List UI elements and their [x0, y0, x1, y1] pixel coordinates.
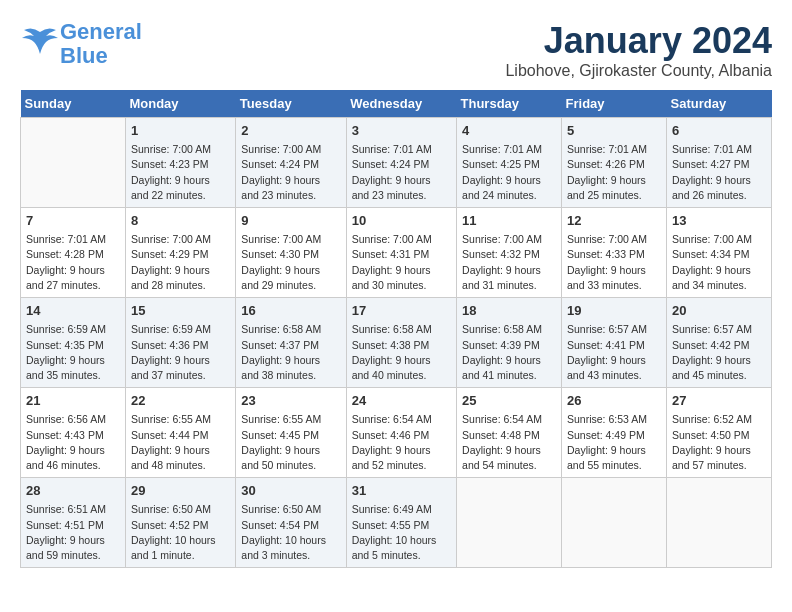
calendar-cell: 5Sunrise: 7:01 AMSunset: 4:26 PMDaylight…: [562, 118, 667, 208]
day-number: 11: [462, 212, 556, 230]
day-number: 20: [672, 302, 766, 320]
day-number: 18: [462, 302, 556, 320]
calendar-cell: 19Sunrise: 6:57 AMSunset: 4:41 PMDayligh…: [562, 298, 667, 388]
calendar-cell: 11Sunrise: 7:00 AMSunset: 4:32 PMDayligh…: [457, 208, 562, 298]
calendar-cell: 17Sunrise: 6:58 AMSunset: 4:38 PMDayligh…: [346, 298, 456, 388]
calendar-cell: 24Sunrise: 6:54 AMSunset: 4:46 PMDayligh…: [346, 388, 456, 478]
logo-blue: Blue: [60, 43, 108, 68]
day-info: Sunrise: 6:52 AMSunset: 4:50 PMDaylight:…: [672, 412, 766, 473]
day-info: Sunrise: 7:00 AMSunset: 4:32 PMDaylight:…: [462, 232, 556, 293]
day-info: Sunrise: 6:55 AMSunset: 4:45 PMDaylight:…: [241, 412, 340, 473]
day-number: 10: [352, 212, 451, 230]
day-info: Sunrise: 6:58 AMSunset: 4:37 PMDaylight:…: [241, 322, 340, 383]
day-info: Sunrise: 7:00 AMSunset: 4:24 PMDaylight:…: [241, 142, 340, 203]
day-number: 14: [26, 302, 120, 320]
day-number: 25: [462, 392, 556, 410]
calendar-cell: 10Sunrise: 7:00 AMSunset: 4:31 PMDayligh…: [346, 208, 456, 298]
calendar-cell: 13Sunrise: 7:00 AMSunset: 4:34 PMDayligh…: [666, 208, 771, 298]
calendar-cell: 1Sunrise: 7:00 AMSunset: 4:23 PMDaylight…: [125, 118, 235, 208]
day-number: 3: [352, 122, 451, 140]
calendar-cell: 27Sunrise: 6:52 AMSunset: 4:50 PMDayligh…: [666, 388, 771, 478]
day-number: 15: [131, 302, 230, 320]
header-wednesday: Wednesday: [346, 90, 456, 118]
header-friday: Friday: [562, 90, 667, 118]
day-number: 12: [567, 212, 661, 230]
day-number: 19: [567, 302, 661, 320]
day-info: Sunrise: 6:59 AMSunset: 4:35 PMDaylight:…: [26, 322, 120, 383]
day-info: Sunrise: 6:49 AMSunset: 4:55 PMDaylight:…: [352, 502, 451, 563]
calendar-cell: 30Sunrise: 6:50 AMSunset: 4:54 PMDayligh…: [236, 478, 346, 568]
day-number: 7: [26, 212, 120, 230]
calendar-header-row: SundayMondayTuesdayWednesdayThursdayFrid…: [21, 90, 772, 118]
header-thursday: Thursday: [457, 90, 562, 118]
day-info: Sunrise: 6:57 AMSunset: 4:41 PMDaylight:…: [567, 322, 661, 383]
logo-general: General: [60, 19, 142, 44]
calendar-cell: 28Sunrise: 6:51 AMSunset: 4:51 PMDayligh…: [21, 478, 126, 568]
header-tuesday: Tuesday: [236, 90, 346, 118]
day-info: Sunrise: 6:53 AMSunset: 4:49 PMDaylight:…: [567, 412, 661, 473]
day-info: Sunrise: 7:00 AMSunset: 4:29 PMDaylight:…: [131, 232, 230, 293]
calendar-week-row: 14Sunrise: 6:59 AMSunset: 4:35 PMDayligh…: [21, 298, 772, 388]
calendar-cell: 22Sunrise: 6:55 AMSunset: 4:44 PMDayligh…: [125, 388, 235, 478]
day-number: 16: [241, 302, 340, 320]
day-number: 5: [567, 122, 661, 140]
calendar-cell: 9Sunrise: 7:00 AMSunset: 4:30 PMDaylight…: [236, 208, 346, 298]
calendar-cell: 21Sunrise: 6:56 AMSunset: 4:43 PMDayligh…: [21, 388, 126, 478]
day-number: 30: [241, 482, 340, 500]
day-number: 9: [241, 212, 340, 230]
day-info: Sunrise: 6:50 AMSunset: 4:52 PMDaylight:…: [131, 502, 230, 563]
calendar-cell: [21, 118, 126, 208]
day-number: 29: [131, 482, 230, 500]
day-info: Sunrise: 7:00 AMSunset: 4:33 PMDaylight:…: [567, 232, 661, 293]
calendar-cell: 31Sunrise: 6:49 AMSunset: 4:55 PMDayligh…: [346, 478, 456, 568]
day-number: 27: [672, 392, 766, 410]
day-number: 4: [462, 122, 556, 140]
calendar-table: SundayMondayTuesdayWednesdayThursdayFrid…: [20, 90, 772, 568]
calendar-cell: 6Sunrise: 7:01 AMSunset: 4:27 PMDaylight…: [666, 118, 771, 208]
day-info: Sunrise: 6:51 AMSunset: 4:51 PMDaylight:…: [26, 502, 120, 563]
day-number: 2: [241, 122, 340, 140]
day-info: Sunrise: 7:01 AMSunset: 4:24 PMDaylight:…: [352, 142, 451, 203]
day-info: Sunrise: 7:01 AMSunset: 4:26 PMDaylight:…: [567, 142, 661, 203]
calendar-cell: 18Sunrise: 6:58 AMSunset: 4:39 PMDayligh…: [457, 298, 562, 388]
calendar-cell: 8Sunrise: 7:00 AMSunset: 4:29 PMDaylight…: [125, 208, 235, 298]
title-block: January 2024 Libohove, Gjirokaster Count…: [505, 20, 772, 80]
day-number: 17: [352, 302, 451, 320]
calendar-cell: 4Sunrise: 7:01 AMSunset: 4:25 PMDaylight…: [457, 118, 562, 208]
calendar-cell: 26Sunrise: 6:53 AMSunset: 4:49 PMDayligh…: [562, 388, 667, 478]
calendar-week-row: 21Sunrise: 6:56 AMSunset: 4:43 PMDayligh…: [21, 388, 772, 478]
calendar-cell: [562, 478, 667, 568]
logo-icon: [20, 22, 60, 62]
day-info: Sunrise: 6:57 AMSunset: 4:42 PMDaylight:…: [672, 322, 766, 383]
day-number: 24: [352, 392, 451, 410]
day-info: Sunrise: 6:54 AMSunset: 4:46 PMDaylight:…: [352, 412, 451, 473]
day-number: 1: [131, 122, 230, 140]
day-info: Sunrise: 7:00 AMSunset: 4:30 PMDaylight:…: [241, 232, 340, 293]
calendar-cell: 16Sunrise: 6:58 AMSunset: 4:37 PMDayligh…: [236, 298, 346, 388]
day-number: 8: [131, 212, 230, 230]
day-info: Sunrise: 6:58 AMSunset: 4:38 PMDaylight:…: [352, 322, 451, 383]
calendar-cell: [666, 478, 771, 568]
page-title: January 2024: [505, 20, 772, 62]
day-info: Sunrise: 7:00 AMSunset: 4:23 PMDaylight:…: [131, 142, 230, 203]
day-info: Sunrise: 7:01 AMSunset: 4:28 PMDaylight:…: [26, 232, 120, 293]
calendar-cell: 2Sunrise: 7:00 AMSunset: 4:24 PMDaylight…: [236, 118, 346, 208]
calendar-cell: 23Sunrise: 6:55 AMSunset: 4:45 PMDayligh…: [236, 388, 346, 478]
header-sunday: Sunday: [21, 90, 126, 118]
day-info: Sunrise: 6:56 AMSunset: 4:43 PMDaylight:…: [26, 412, 120, 473]
logo-text: General Blue: [60, 20, 142, 68]
day-info: Sunrise: 7:01 AMSunset: 4:25 PMDaylight:…: [462, 142, 556, 203]
calendar-cell: 14Sunrise: 6:59 AMSunset: 4:35 PMDayligh…: [21, 298, 126, 388]
day-number: 31: [352, 482, 451, 500]
day-info: Sunrise: 6:50 AMSunset: 4:54 PMDaylight:…: [241, 502, 340, 563]
header-saturday: Saturday: [666, 90, 771, 118]
day-number: 13: [672, 212, 766, 230]
day-number: 26: [567, 392, 661, 410]
day-info: Sunrise: 7:00 AMSunset: 4:34 PMDaylight:…: [672, 232, 766, 293]
day-number: 28: [26, 482, 120, 500]
calendar-cell: 25Sunrise: 6:54 AMSunset: 4:48 PMDayligh…: [457, 388, 562, 478]
logo: General Blue: [20, 20, 142, 68]
day-number: 6: [672, 122, 766, 140]
calendar-cell: 15Sunrise: 6:59 AMSunset: 4:36 PMDayligh…: [125, 298, 235, 388]
calendar-week-row: 1Sunrise: 7:00 AMSunset: 4:23 PMDaylight…: [21, 118, 772, 208]
